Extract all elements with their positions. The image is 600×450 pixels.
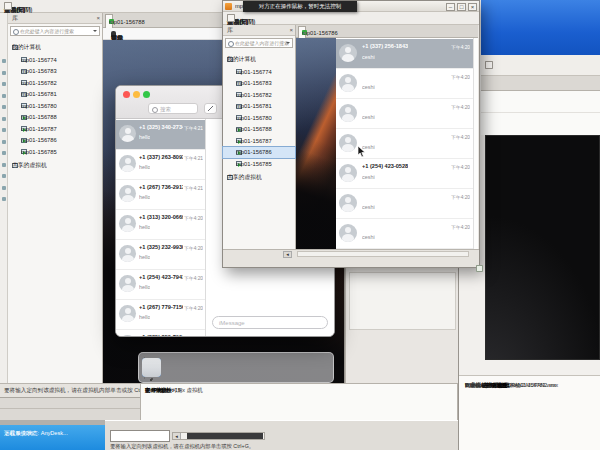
scroll-left-icon[interactable]: ◂ (173, 433, 181, 439)
message-preview: ceshi (362, 84, 375, 90)
conversation-row[interactable]: +1 (325) 250-7904下午4:20hello (116, 330, 205, 336)
minimize-traffic-icon[interactable] (133, 91, 140, 98)
taskbar-notification[interactable]: 远程系统状态: AnyDesk... 下载量 30%. (0, 425, 105, 450)
bottom-input-box[interactable] (110, 430, 170, 442)
vm-item-mp01-156780[interactable]: mp01-156780 (8, 100, 102, 111)
vm-item-mp01-156782[interactable]: mp01-156782 (223, 89, 295, 100)
maximize-icon[interactable]: □ (457, 3, 466, 11)
tree-shared-vms[interactable]: 共享的虚拟机 (8, 160, 102, 171)
scrollbar-thumb[interactable] (187, 433, 263, 439)
timestamp: 下午4:20 (451, 74, 470, 80)
vm-name: mp01-156787 (21, 126, 57, 132)
vm-item-mp01-156782[interactable]: mp01-156782 (8, 77, 102, 88)
tree-root-my-computer[interactable]: −我的计算机 (8, 42, 102, 53)
vm-name: mp01-156786 (21, 137, 57, 143)
horizontal-scrollbar[interactable] (297, 251, 469, 257)
library-search-input[interactable]: 在此处键入内容进行搜索 (225, 38, 293, 48)
vm-item-mp01-156787[interactable]: mp01-156787 (223, 135, 295, 146)
background-vm-icon (2, 59, 6, 63)
avatar (119, 215, 136, 232)
conversation-row[interactable]: +1 (325) 232-9930下午4:20hello (116, 240, 205, 270)
sound-icon[interactable] (476, 265, 483, 272)
library-search-input[interactable]: 在此处键入内容进行搜索 (10, 26, 100, 36)
vm-item-mp01-156786[interactable]: mp01-156786 (223, 147, 295, 158)
vm-item-mp01-156785[interactable]: mp01-156785 (223, 158, 295, 169)
vm-item-mp01-156774[interactable]: mp01-156774 (223, 66, 295, 77)
tree-shared-vms[interactable]: 共享的虚拟机 (223, 172, 295, 183)
conversation-row[interactable]: +1 (325) 340-2734下午4:21hello (116, 120, 205, 150)
tab-mp01-156786[interactable]: mp01-156786 × (298, 26, 306, 38)
zoom-traffic-icon[interactable] (143, 91, 150, 98)
close-icon[interactable]: × (468, 3, 477, 11)
conversation-row[interactable]: +1 (267) 779-7156下午4:20hello (116, 300, 205, 330)
trash-dock-icon[interactable] (142, 358, 161, 377)
background-vm-icon (2, 163, 6, 167)
conversation-row[interactable]: 下午4:20ceshi (336, 99, 473, 129)
vm-item-mp01-156785[interactable]: mp01-156785 (8, 146, 102, 157)
timestamp: 下午4:21 (184, 185, 203, 191)
avatar (119, 305, 136, 322)
conversation-row[interactable]: +1 (254) 423-7941下午4:20hello (116, 270, 205, 300)
close-icon[interactable]: × (96, 15, 100, 22)
minimize-icon[interactable]: – (446, 3, 455, 11)
vm-item-mp01-156786[interactable]: mp01-156786 (8, 135, 102, 146)
imessage-input[interactable]: iMessage (212, 316, 328, 329)
conversation-row[interactable]: +1 (337) 256-1843下午4:20ceshi (336, 39, 473, 69)
message-preview: hello (139, 314, 150, 320)
conversation-row[interactable]: +1 (337) 263-8093下午4:21hello (116, 150, 205, 180)
background-window-fragment (345, 268, 458, 385)
vm-item-mp01-156788[interactable]: mp01-156788 (8, 112, 102, 123)
timestamp: 下午4:21 (184, 155, 203, 161)
tree-label: 共享的虚拟机 (12, 161, 47, 170)
contact-number: +1 (325) 340-2734 (139, 124, 183, 130)
vm-screen-off[interactable] (485, 135, 600, 360)
vm-item-mp01-156781[interactable]: mp01-156781 (8, 89, 102, 100)
bottom-window-fragment: ◂ 要将输入定向到该虚拟机，请在虚拟机内部单击或按 Ctrl+G。 (105, 420, 458, 450)
library-toggle-icon[interactable] (485, 61, 493, 69)
conversation-row[interactable]: +1 (254) 423-0528下午4:20ceshi (336, 159, 473, 189)
scroll-left-icon[interactable]: ◂ (283, 251, 292, 258)
vm-item-mp01-156781[interactable]: mp01-156781 (223, 101, 295, 112)
timestamp: 下午4:20 (184, 215, 203, 221)
conversation-row[interactable]: 下午4:20ceshi (336, 69, 473, 99)
close-traffic-icon[interactable] (123, 91, 130, 98)
tab-close-icon[interactable]: × (303, 30, 307, 36)
tree-root-my-computer[interactable]: −我的计算机 (223, 54, 295, 65)
window-titlebar[interactable] (481, 0, 600, 55)
tab-mp01-156788[interactable]: mp01-156788 × (105, 14, 113, 28)
timestamp: 下午4:20 (451, 104, 470, 110)
vm-name: mp01-156787 (236, 138, 272, 144)
conversation-row[interactable]: 下午4:20ceshi (336, 189, 473, 219)
vm-name: mp01-156788 (21, 114, 57, 120)
background-vm-icon (2, 94, 6, 98)
conversation-row[interactable]: +1 (267) 736-2913下午4:21hello (116, 180, 205, 210)
thumbnail-bar-icon[interactable] (227, 14, 235, 22)
horizontal-scrollbar[interactable]: ◂ (172, 432, 265, 440)
avatar (119, 185, 136, 202)
vm-name: mp01-156782 (236, 92, 272, 98)
vm-item-mp01-156783[interactable]: mp01-156783 (8, 66, 102, 77)
contact-number: +1 (313) 320-0669 (139, 214, 183, 220)
message-preview: hello (139, 254, 150, 260)
message-preview: hello (139, 284, 150, 290)
library-panel: 库 × 在此处键入内容进行搜索 −我的计算机mp01-156774mp01-15… (223, 25, 296, 251)
vmware-logo-icon (225, 3, 232, 10)
tab-close-icon[interactable]: × (110, 19, 114, 25)
vm-item-mp01-156787[interactable]: mp01-156787 (8, 123, 102, 134)
conversation-search-input[interactable]: 搜索 (148, 103, 198, 114)
thumbnail-bar-icon[interactable] (4, 2, 12, 10)
vm-item-mp01-156788[interactable]: mp01-156788 (223, 124, 295, 135)
conversation-row[interactable]: +1 (313) 320-0669下午4:20hello (116, 210, 205, 240)
timestamp: 下午4:20 (184, 275, 203, 281)
close-icon[interactable]: × (289, 27, 293, 34)
contact-number: +1 (325) 250-7904 (139, 334, 183, 336)
conversation-row[interactable]: 下午4:20ceshi (336, 219, 473, 249)
vm-item-mp01-156780[interactable]: mp01-156780 (223, 112, 295, 123)
avatar (119, 275, 136, 292)
vm-item-mp01-156783[interactable]: mp01-156783 (223, 78, 295, 89)
compose-icon[interactable] (204, 103, 217, 114)
timestamp: 下午4:20 (184, 245, 203, 251)
vm-name: mp01-156774 (21, 57, 57, 63)
vm-console: +1 (337) 256-1843下午4:20ceshi下午4:20ceshi下… (296, 38, 478, 249)
vm-item-mp01-156774[interactable]: mp01-156774 (8, 54, 102, 65)
